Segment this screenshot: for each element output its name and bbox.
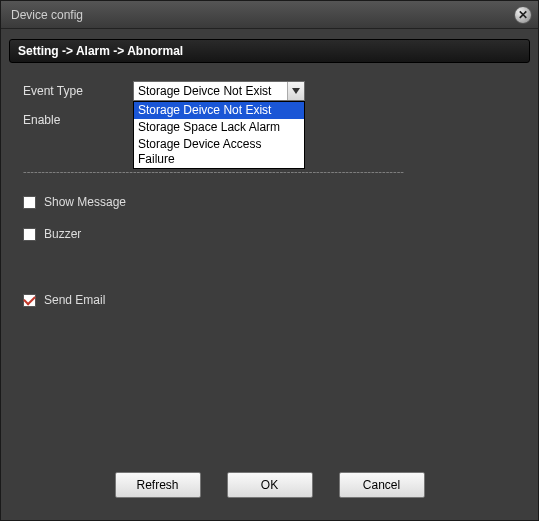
event-type-select[interactable]: Storage Deivce Not Exist Storage Deivce … bbox=[133, 81, 305, 101]
close-icon: ✕ bbox=[518, 8, 528, 22]
event-type-selected[interactable]: Storage Deivce Not Exist bbox=[133, 81, 305, 101]
dropdown-option[interactable]: Storage Space Lack Alarm bbox=[134, 119, 304, 136]
button-row: Refresh OK Cancel bbox=[1, 472, 538, 498]
content-area: Event Type Storage Deivce Not Exist Stor… bbox=[1, 63, 538, 307]
titlebar: Device config ✕ bbox=[1, 1, 538, 29]
send-email-row: Send Email bbox=[23, 293, 520, 307]
send-email-checkbox[interactable] bbox=[23, 294, 36, 307]
buzzer-checkbox[interactable] bbox=[23, 228, 36, 241]
show-message-checkbox[interactable] bbox=[23, 196, 36, 209]
breadcrumb: Setting -> Alarm -> Abnormal bbox=[9, 39, 530, 63]
dropdown-option[interactable]: Storage Device Access Failure bbox=[134, 136, 304, 168]
close-button[interactable]: ✕ bbox=[514, 6, 532, 24]
dropdown-arrow-button[interactable] bbox=[287, 82, 304, 100]
cancel-button[interactable]: Cancel bbox=[339, 472, 425, 498]
buzzer-label: Buzzer bbox=[44, 227, 81, 241]
ok-button[interactable]: OK bbox=[227, 472, 313, 498]
show-message-label: Show Message bbox=[44, 195, 126, 209]
buzzer-row: Buzzer bbox=[23, 227, 520, 241]
event-type-selected-text: Storage Deivce Not Exist bbox=[138, 84, 271, 98]
enable-label: Enable bbox=[23, 113, 133, 127]
event-type-label: Event Type bbox=[23, 84, 133, 98]
dropdown-option[interactable]: Storage Deivce Not Exist bbox=[134, 102, 304, 119]
device-config-window: Device config ✕ Setting -> Alarm -> Abno… bbox=[0, 0, 539, 521]
breadcrumb-text: Setting -> Alarm -> Abnormal bbox=[18, 44, 183, 58]
show-message-row: Show Message bbox=[23, 195, 520, 209]
chevron-down-icon bbox=[292, 88, 300, 94]
event-type-row: Event Type Storage Deivce Not Exist Stor… bbox=[23, 81, 520, 101]
refresh-button[interactable]: Refresh bbox=[115, 472, 201, 498]
window-title: Device config bbox=[11, 8, 83, 22]
event-type-dropdown: Storage Deivce Not Exist Storage Space L… bbox=[133, 101, 305, 169]
send-email-label: Send Email bbox=[44, 293, 105, 307]
